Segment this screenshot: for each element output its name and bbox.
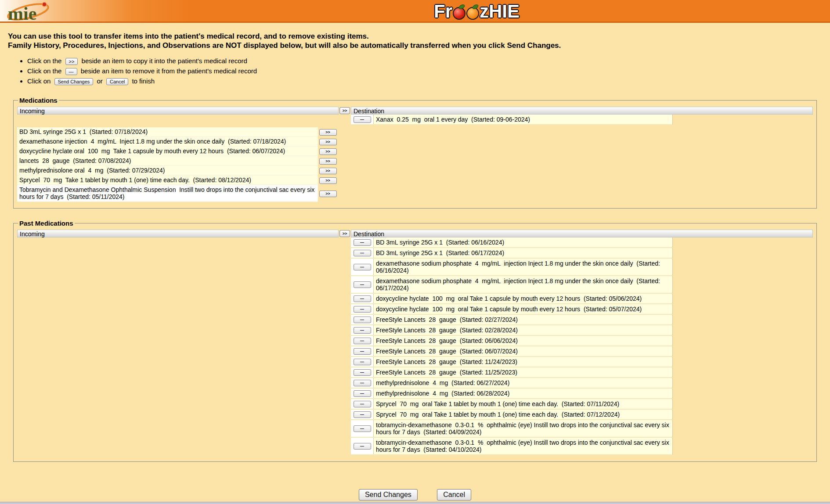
orange-icon — [466, 7, 479, 20]
intro-line-1: You can use this tool to transfer items … — [8, 32, 830, 41]
past-medications-legend: Past Medications — [18, 220, 75, 227]
incoming-med-row: Sprycel 70 mg Take 1 tablet by mouth 1 (… — [17, 176, 338, 185]
remove-item-button[interactable]: — — [354, 369, 371, 376]
destination-med-text: FreeStyle Lancets 28 gauge (Started: 06/… — [374, 346, 672, 356]
copy-item-button[interactable]: >> — [319, 191, 337, 197]
instruction-copy-pre: Click on the — [27, 57, 61, 65]
incoming-med-text: BD 3mL syringe 25G x 1 (Started: 07/18/2… — [17, 127, 318, 137]
past-medications-incoming-header: Incoming — [17, 230, 339, 238]
remove-item-button[interactable]: — — [354, 443, 371, 450]
copy-all-button[interactable]: >> — [339, 107, 350, 114]
instruction-remove-post: beside an item to remove it from the pat… — [81, 67, 257, 75]
remove-item-button[interactable]: — — [354, 116, 371, 123]
incoming-med-row: dexamethasone injection 4 mg/mL Inject 1… — [17, 137, 338, 147]
remove-example-button[interactable]: — — [65, 68, 77, 75]
incoming-med-row: BD 3mL syringe 25G x 1 (Started: 07/18/2… — [17, 127, 338, 137]
bottom-strip — [0, 502, 830, 504]
send-changes-button[interactable]: Send Changes — [359, 489, 418, 500]
cancel-example-button[interactable]: Cancel — [106, 78, 128, 85]
cancel-button[interactable]: Cancel — [437, 489, 471, 500]
intro-text: You can use this tool to transfer items … — [8, 32, 830, 50]
remove-item-button[interactable]: — — [354, 306, 371, 313]
copy-item-button[interactable]: >> — [319, 168, 337, 174]
destination-med-text: FreeStyle Lancets 28 gauge (Started: 11/… — [374, 357, 672, 367]
instruction-finish: Click on Send Changes or Cancel to finis… — [27, 77, 830, 86]
remove-item-button[interactable]: — — [354, 317, 371, 323]
remove-item-button[interactable]: — — [354, 359, 371, 365]
copy-all-button[interactable]: >> — [339, 230, 350, 237]
remove-item-button[interactable]: — — [354, 338, 371, 344]
destination-med-row: — FreeStyle Lancets 28 gauge (Started: 1… — [351, 367, 673, 378]
incoming-med-row: doxycycline hyclate oral 100 mg Take 1 c… — [17, 147, 338, 156]
remove-item-button[interactable]: — — [354, 411, 371, 418]
intro-line-2: Family History, Procedures, Injections, … — [8, 41, 830, 50]
remove-item-button[interactable]: — — [354, 425, 371, 432]
incoming-med-text: Sprycel 70 mg Take 1 tablet by mouth 1 (… — [17, 176, 318, 185]
froozhie-logo: Fr zHIE — [434, 2, 520, 21]
medications-incoming-header: Incoming — [17, 107, 339, 115]
remove-item-button[interactable]: — — [354, 390, 371, 397]
instruction-finish-mid: or — [97, 77, 102, 85]
destination-med-text: Sprycel 70 mg oral Take 1 tablet by mout… — [374, 399, 672, 409]
destination-med-text: FreeStyle Lancets 28 gauge (Started: 11/… — [374, 367, 672, 377]
destination-med-text: BD 3mL syringe 25G x 1 (Started: 06/17/2… — [374, 248, 672, 258]
copy-item-button[interactable]: >> — [319, 129, 337, 136]
destination-med-row: — doxycycline hyclate 100 mg oral Take 1… — [351, 294, 673, 304]
destination-med-text: tobramycin-dexamethasone 0.3-0.1 % ophth… — [374, 420, 672, 437]
destination-med-row: — methylprednisolone 4 mg (Started: 06/2… — [351, 389, 673, 399]
destination-med-row: — BD 3mL syringe 25G x 1 (Started: 06/17… — [351, 248, 673, 259]
incoming-med-text: doxycycline hyclate oral 100 mg Take 1 c… — [17, 147, 318, 156]
destination-med-row: — doxycycline hyclate 100 mg oral Take 1… — [351, 304, 673, 315]
destination-med-row: — dexamethasone sodium phosphate 4 mg/mL… — [351, 259, 673, 276]
destination-med-text: FreeStyle Lancets 28 gauge (Started: 02/… — [374, 315, 672, 324]
destination-med-row: — tobramycin-dexamethasone 0.3-0.1 % oph… — [351, 420, 673, 438]
remove-item-button[interactable]: — — [354, 401, 371, 407]
destination-med-text: FreeStyle Lancets 28 gauge (Started: 06/… — [374, 336, 672, 346]
destination-med-text: methylprednisolone 4 mg (Started: 06/28/… — [374, 389, 672, 398]
mie-logo-dot — [42, 2, 47, 7]
destination-med-text: dexamethasone sodium phosphate 4 mg/mL i… — [374, 259, 672, 275]
destination-med-row: — methylprednisolone 4 mg (Started: 06/2… — [351, 378, 673, 389]
copy-item-button[interactable]: >> — [319, 148, 337, 155]
copy-example-button[interactable]: >> — [65, 58, 78, 65]
destination-med-row: — FreeStyle Lancets 28 gauge (Started: 0… — [351, 336, 673, 346]
destination-med-row: — Sprycel 70 mg oral Take 1 tablet by mo… — [351, 399, 673, 410]
medications-destination-table: — Xanax 0.25 mg oral 1 every day (Starte… — [351, 115, 673, 125]
copy-item-button[interactable]: >> — [319, 158, 337, 165]
remove-item-button[interactable]: — — [354, 250, 371, 256]
send-changes-example-button[interactable]: Send Changes — [54, 78, 94, 85]
destination-med-text: Sprycel 70 mg oral Take 1 tablet by mout… — [374, 410, 672, 419]
incoming-med-text: dexamethasone injection 4 mg/mL Inject 1… — [17, 137, 318, 147]
remove-item-button[interactable]: — — [354, 264, 371, 270]
destination-med-row: — Xanax 0.25 mg oral 1 every day (Starte… — [351, 115, 673, 125]
transfer-tool-page: mie Fr zHIE You can use this tool to tra… — [0, 0, 830, 504]
instruction-remove: Click on the — beside an item to remove … — [27, 67, 830, 76]
destination-med-row: — FreeStyle Lancets 28 gauge (Started: 0… — [351, 315, 673, 325]
destination-med-row: — FreeStyle Lancets 28 gauge (Started: 1… — [351, 357, 673, 367]
destination-med-row: — dexamethasone sodium phosphate 4 mg/mL… — [351, 276, 673, 294]
incoming-med-text: lancets 28 gauge (Started: 07/08/2024) — [17, 156, 318, 166]
copy-item-button[interactable]: >> — [319, 139, 337, 145]
remove-item-button[interactable]: — — [354, 348, 371, 355]
incoming-med-text: methylprednisolone oral 4 mg (Started: 0… — [17, 166, 318, 176]
remove-item-button[interactable]: — — [354, 281, 371, 288]
destination-med-text: Xanax 0.25 mg oral 1 every day (Started:… — [374, 115, 672, 124]
remove-item-button[interactable]: — — [354, 295, 371, 302]
remove-item-button[interactable]: — — [354, 380, 371, 386]
destination-med-text: methylprednisolone 4 mg (Started: 06/27/… — [374, 378, 672, 388]
destination-med-row: — tobramycin-dexamethasone 0.3-0.1 % oph… — [351, 438, 673, 455]
incoming-med-row: lancets 28 gauge (Started: 07/08/2024) >… — [17, 156, 338, 166]
past-medications-fieldset: Past Medications Incoming >> Destination… — [13, 220, 817, 462]
medications-fieldset: Medications Incoming BD 3mL syringe 25G … — [13, 97, 817, 209]
froozhie-logo-text-post: zHIE — [480, 2, 520, 21]
incoming-med-row: methylprednisolone oral 4 mg (Started: 0… — [17, 166, 338, 176]
instruction-copy-post: beside an item to copy it into the patie… — [82, 57, 247, 65]
medications-incoming-table: BD 3mL syringe 25G x 1 (Started: 07/18/2… — [17, 127, 338, 202]
remove-item-button[interactable]: — — [354, 327, 371, 334]
remove-item-button[interactable]: — — [354, 239, 371, 246]
past-medications-destination-header: Destination — [351, 230, 813, 238]
copy-item-button[interactable]: >> — [319, 177, 337, 184]
app-header: mie Fr zHIE — [0, 0, 830, 23]
destination-med-text: dexamethasone sodium phosphate 4 mg/mL i… — [374, 276, 672, 293]
destination-med-text: BD 3mL syringe 25G x 1 (Started: 06/16/2… — [374, 238, 672, 247]
